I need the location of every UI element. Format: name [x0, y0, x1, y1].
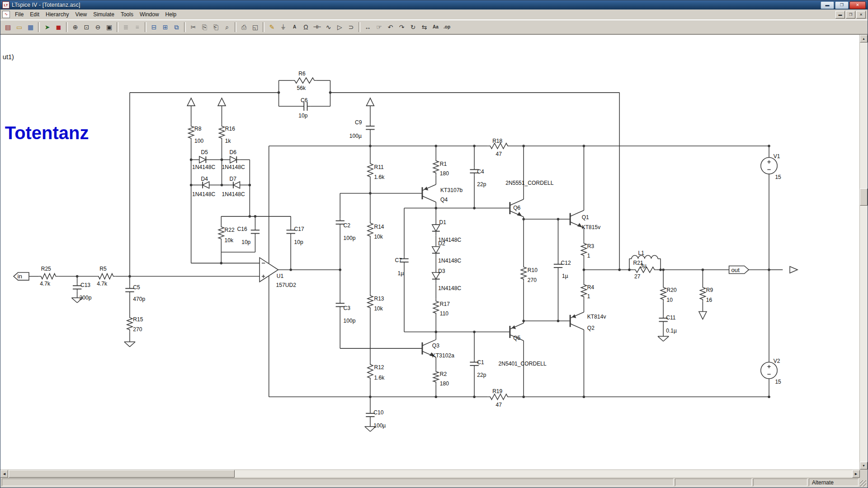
horizontal-scrollbar[interactable]: ◀ ▶ — [0, 469, 860, 477]
component-R8[interactable] — [189, 124, 194, 141]
component-D2[interactable] — [432, 247, 440, 258]
component-R13[interactable] — [368, 293, 373, 310]
redo-button[interactable]: ↷ — [396, 22, 407, 33]
tile-horizontal-button[interactable]: ⊟ — [148, 22, 160, 33]
component-Q2[interactable] — [570, 312, 584, 330]
component-C9[interactable] — [366, 124, 374, 131]
component-Q4[interactable] — [422, 184, 436, 202]
component-R9[interactable] — [700, 285, 705, 302]
component-D4[interactable] — [199, 182, 209, 188]
run-button[interactable]: ➤ — [42, 22, 53, 33]
component-R2[interactable] — [433, 369, 439, 384]
schematic-canvas[interactable]: ut1)TotentanzinoutR254.7kC13200pR54.7kC5… — [0, 35, 859, 469]
rotate-button[interactable]: ↻ — [407, 22, 419, 33]
inductor-button[interactable]: ∿ — [323, 22, 334, 33]
scroll-down-button[interactable]: ▼ — [860, 462, 868, 469]
text-button[interactable]: Aa — [430, 22, 441, 33]
mdi-restore-button[interactable]: ❐ — [846, 11, 855, 19]
print-button[interactable]: ⎙ — [238, 22, 250, 33]
cascade-button[interactable]: ⧉ — [171, 22, 182, 33]
menu-help[interactable]: Help — [162, 10, 180, 19]
component-R19[interactable] — [488, 394, 509, 399]
resize-grip[interactable] — [860, 480, 866, 487]
component-R14[interactable] — [368, 221, 373, 239]
capacitor-button[interactable]: ⊣⊢ — [311, 22, 323, 33]
component-C16[interactable] — [251, 228, 259, 235]
menu-window[interactable]: Window — [137, 10, 162, 19]
component-L1[interactable] — [632, 255, 658, 258]
print-preview-button[interactable]: ◱ — [250, 22, 261, 33]
copy-button[interactable]: ⎘ — [199, 22, 210, 33]
component-R4[interactable] — [581, 282, 586, 299]
title-bar[interactable]: LT LTspice IV - [Totentanz.asc] ▬ ❐ ✕ — [0, 0, 868, 9]
label-net-button[interactable]: A — [289, 22, 300, 33]
move-button[interactable]: ↔ — [362, 22, 373, 33]
component-power-arrow-1[interactable] — [187, 98, 195, 106]
menu-simulate[interactable]: Simulate — [90, 10, 118, 19]
spice-directive-button[interactable]: .op — [441, 22, 453, 33]
component-R6[interactable] — [292, 78, 316, 83]
component-D1[interactable] — [432, 225, 440, 235]
scroll-right-button[interactable]: ▶ — [852, 470, 860, 478]
zoom-out-button[interactable]: ⊖ — [92, 22, 104, 33]
component-R12[interactable] — [368, 362, 373, 380]
component-R1[interactable] — [433, 159, 439, 175]
component-R3[interactable] — [581, 241, 586, 258]
restore-button[interactable]: ❐ — [835, 1, 849, 9]
minimize-button[interactable]: ▬ — [821, 1, 834, 9]
component-arrow-down-R9[interactable] — [699, 312, 707, 319]
scroll-left-button[interactable]: ◀ — [0, 470, 8, 478]
component-D7[interactable] — [230, 182, 240, 188]
zoom-in-button[interactable]: ⊕ — [70, 22, 81, 33]
vertical-scrollbar[interactable]: ▲ ▼ — [859, 35, 868, 469]
mdi-minimize-button[interactable]: ▬ — [835, 11, 845, 19]
component-ground-2[interactable] — [124, 342, 135, 347]
zoom-rect-button[interactable]: ⊡ — [81, 22, 92, 33]
mdi-close-button[interactable]: ✕ — [856, 11, 866, 19]
component-R16[interactable] — [219, 124, 224, 141]
scroll-up-button[interactable]: ▲ — [860, 35, 868, 42]
component-power-arrow-2[interactable] — [218, 98, 226, 106]
menu-hierarchy[interactable]: Hierarchy — [42, 10, 72, 19]
resistor-button[interactable]: Ω — [300, 22, 311, 33]
component-power-arrow-3[interactable] — [366, 98, 374, 106]
save-button[interactable]: ▦ — [25, 22, 36, 33]
component-R15[interactable] — [127, 315, 132, 332]
component-R22[interactable] — [218, 225, 224, 241]
paste-button[interactable]: ⎗ — [210, 22, 222, 33]
drag-button[interactable]: ☞ — [373, 22, 385, 33]
menu-file[interactable]: File — [12, 10, 27, 19]
halt-button[interactable]: ◼ — [53, 22, 64, 33]
find-button[interactable]: ⌕ — [222, 22, 233, 33]
component-R10[interactable] — [521, 265, 526, 282]
open-button[interactable]: ▭ — [14, 22, 25, 33]
component-V2[interactable] — [761, 362, 777, 379]
component-button[interactable]: ⊃ — [345, 22, 357, 33]
component-R20[interactable] — [660, 285, 666, 302]
component-ground-4[interactable] — [658, 336, 669, 341]
component-D5[interactable] — [199, 156, 209, 163]
wires[interactable] — [29, 80, 783, 427]
ground-button[interactable]: ⏚ — [278, 22, 289, 33]
component-R5[interactable] — [96, 273, 115, 279]
horizontal-scroll-thumb[interactable] — [9, 470, 235, 478]
component-R18[interactable] — [488, 143, 509, 149]
zoom-full-button[interactable]: ▣ — [104, 22, 115, 33]
menu-edit[interactable]: Edit — [27, 10, 42, 19]
wire-button[interactable]: ✎ — [266, 22, 278, 33]
component-R25[interactable] — [39, 273, 58, 279]
menu-view[interactable]: View — [72, 10, 90, 19]
new-schematic-button[interactable]: ▤ — [2, 22, 14, 33]
component-R17[interactable] — [433, 299, 439, 316]
menu-tools[interactable]: Tools — [118, 10, 137, 19]
cut-button[interactable]: ✂ — [188, 22, 199, 33]
component-net-arrow-out[interactable] — [790, 267, 797, 273]
vertical-scroll-thumb[interactable] — [860, 188, 868, 206]
component-V1[interactable] — [761, 158, 777, 174]
mirror-button[interactable]: ⇆ — [419, 22, 430, 33]
diode-button[interactable]: ▷ — [334, 22, 345, 33]
undo-button[interactable]: ↶ — [385, 22, 396, 33]
component-R11[interactable] — [368, 161, 373, 179]
close-button[interactable]: ✕ — [849, 1, 866, 9]
document-icon[interactable]: ∿ — [2, 11, 10, 18]
